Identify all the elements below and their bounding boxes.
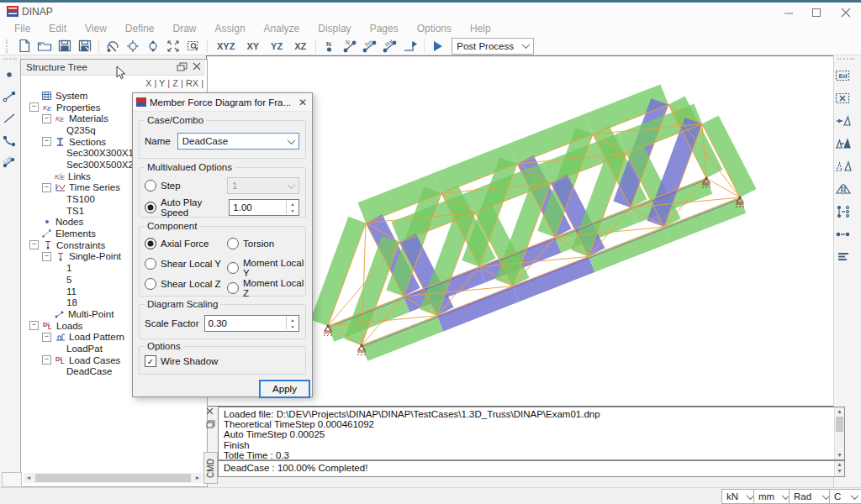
scroll-up-arrow[interactable]: ▲ [835,407,844,416]
paste-elements-button[interactable] [834,155,853,177]
torsion-radio[interactable] [227,238,239,249]
menu-file[interactable]: File [5,23,40,34]
wire-shadow-checkbox[interactable]: ✓ [145,355,156,367]
status-scrollbar[interactable]: ▲ ▼ [834,461,844,476]
menu-help[interactable]: Help [461,23,500,34]
maximize-button[interactable] [811,8,822,18]
close-log-icon[interactable] [206,407,214,415]
zoom-window-button[interactable] [183,38,203,55]
menu-view[interactable]: View [76,23,116,34]
scroll-down-arrow[interactable]: ▼ [835,468,844,475]
node-line-tool-button[interactable]: N [340,38,360,55]
expander-icon[interactable]: − [42,355,51,365]
minimize-button[interactable] [783,8,795,18]
view-xz-button[interactable]: XZ [288,41,312,51]
toolbar-grip[interactable] [6,39,12,53]
align-list-button[interactable] [834,245,853,268]
menu-pages[interactable]: Pages [361,23,408,34]
draw-element-button[interactable] [0,86,18,108]
unit-select-mm[interactable]: mm [753,489,794,504]
autoplay-radio[interactable] [145,202,156,213]
view-xyz-button[interactable]: XYZ [211,41,240,51]
menu-assign[interactable]: Assign [206,23,255,34]
draw-arc-button[interactable] [0,129,18,151]
menu-display[interactable]: Display [309,23,360,34]
scroll-up-arrow[interactable]: ▲ [835,461,844,468]
draw-link-button[interactable]: Link [0,151,18,173]
merge-nodes-button[interactable] [834,223,853,245]
menu-options[interactable]: Options [408,23,461,34]
float-panel-icon[interactable] [177,62,190,72]
dialog-title-bar[interactable]: Member Force Diagram for Fra... ✕ [133,93,312,112]
menu-draw[interactable]: Draw [164,23,206,34]
close-button[interactable] [840,8,852,18]
status-output[interactable]: DeadCase : 100.00% Completed! ▲ ▼ [218,460,845,477]
menu-analyze[interactable]: Analyze [255,23,309,34]
menu-edit[interactable]: Edit [40,23,76,34]
assign-to-element-button[interactable] [834,109,853,132]
save-file-button[interactable] [55,38,75,55]
mirror-elements-button[interactable] [834,177,853,200]
run-analysis-button[interactable] [428,38,448,55]
toolbar-grip[interactable] [3,58,17,61]
delete-selection-button[interactable] [834,87,853,109]
zoom-extents-button[interactable] [163,38,183,55]
expander-icon[interactable]: − [29,321,39,330]
scale-factor-input[interactable]: 0.30 ▲▼ [204,315,299,332]
copy-elements-button[interactable] [834,132,853,155]
spin-down-icon[interactable]: ▼ [287,207,298,214]
shear-local-y-radio[interactable] [145,258,156,270]
zoom-out-tool-button[interactable] [143,38,163,55]
moment-local-z-radio[interactable] [227,282,239,294]
open-file-button[interactable] [34,38,55,55]
material-line-tool-button[interactable]: Mat [380,38,400,55]
edit-selection-button[interactable]: Ed [834,64,853,87]
moment-local-y-radio[interactable] [227,262,239,274]
close-panel-icon[interactable] [190,62,205,72]
save-as-button[interactable] [75,38,95,55]
rotate-view-button[interactable] [103,38,123,55]
zoom-in-tool-button[interactable] [123,38,143,55]
draw-line-button[interactable] [0,108,18,129]
scrollbar-thumb[interactable] [836,417,843,432]
draw-node-button[interactable] [0,64,18,86]
log-scrollbar[interactable]: ▲ ▼ [834,407,844,459]
expander-icon[interactable]: − [42,252,51,261]
unit-select-rad[interactable]: Rad [789,489,834,504]
expander-icon[interactable]: − [42,333,51,342]
axial-force-radio[interactable] [145,238,156,249]
shear-local-z-radio[interactable] [145,278,156,290]
expander-icon[interactable]: − [29,240,39,249]
scroll-down-arrow[interactable]: ▼ [835,451,844,459]
expander-icon[interactable]: − [42,137,51,146]
expander-icon[interactable]: − [42,183,51,192]
view-xy-button[interactable]: XY [240,41,265,51]
expander-icon[interactable]: − [29,102,39,112]
log-output[interactable]: Loaded file: D:\DEV\Projects\DINAP\DINAP… [218,407,845,460]
apply-button[interactable]: Apply [259,380,310,398]
spin-down-icon[interactable]: ▼ [287,323,298,330]
element-flag-tool-button[interactable] [400,38,420,55]
scroll-left-arrow[interactable]: ◄ [24,473,34,483]
new-file-button[interactable] [14,38,34,55]
toolbar-grip[interactable] [837,58,854,61]
step-radio[interactable] [145,180,156,192]
float-log-icon[interactable] [206,420,215,428]
section-line-tool-button[interactable]: Sec [360,38,380,55]
mode-select[interactable]: Post Process [452,38,534,55]
spin-up-icon[interactable]: ▲ [287,317,298,323]
view-yz-button[interactable]: YZ [265,41,288,51]
cmd-tab[interactable]: CMD [203,452,218,484]
divide-element-button[interactable] [834,200,853,223]
scroll-right-arrow[interactable]: ► [193,473,203,483]
scrollbar-thumb[interactable] [35,474,191,482]
case-name-select[interactable]: DeadCase [177,133,299,150]
autoplay-speed-input[interactable]: 1.00 ▲▼ [229,199,299,216]
dialog-close-icon[interactable]: ✕ [293,97,312,108]
expander-icon[interactable]: − [42,114,51,123]
spin-up-icon[interactable]: ▲ [287,201,298,207]
unit-select-c[interactable]: C [829,489,861,504]
menu-define[interactable]: Define [116,23,164,34]
tree-horizontal-scrollbar[interactable]: ◄ ► [24,473,203,483]
node-tool-button[interactable]: N [320,38,340,55]
